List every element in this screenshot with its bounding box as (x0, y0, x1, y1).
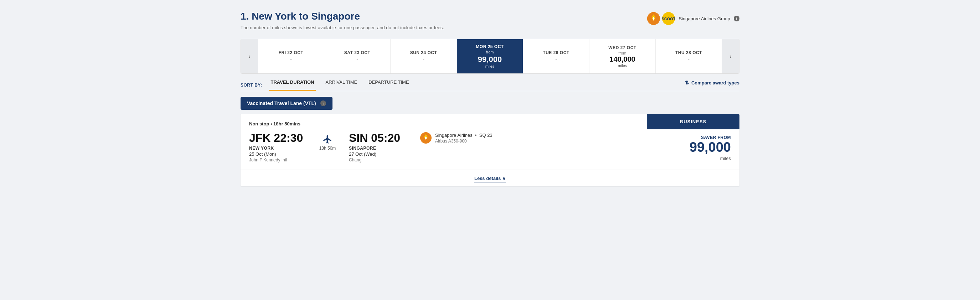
sort-tab-travel-duration[interactable]: TRAVEL DURATION (269, 79, 315, 91)
departure-airport: John F Kennedy Intl (249, 157, 306, 162)
date-cell-wed27[interactable]: WED 27 OCT from 140,000 miles (589, 39, 656, 73)
departure-block: JFK 22:30 NEW YORK 25 Oct (Mon) John F K… (249, 132, 306, 162)
sort-bar: SORT BY: TRAVEL DURATION ARRIVAL TIME DE… (240, 74, 740, 91)
flight-card-sidebar: BUSINESS SAVER FROM 99,000 miles (647, 114, 740, 170)
sort-by-label: SORT BY: (240, 83, 262, 88)
scoot-icon: SCOOT (662, 12, 675, 25)
airline-name-flight: Singapore Airlines • SQ 23 (435, 133, 493, 138)
arrival-airport-code: SIN (349, 132, 368, 144)
airline-name-block: Singapore Airlines • SQ 23 Airbus A350-9… (435, 133, 493, 144)
date-nav: ‹ FRI 22 OCT - SAT 23 OCT - SUN 24 OCT -… (240, 39, 740, 74)
page-subtitle: The number of miles shown is lowest avai… (240, 25, 444, 30)
departure-time-val: 22:30 (274, 132, 303, 144)
arrival-time-val: 05:20 (371, 132, 400, 144)
compare-award-types-label: Compare award types (691, 80, 740, 86)
date-cell-from-wed27: from (619, 51, 627, 55)
arrival-airport: Changi (349, 157, 406, 162)
date-cell-value-sun24: - (423, 57, 425, 62)
date-cell-label-sat23: SAT 23 OCT (344, 50, 370, 55)
page-header: 1. New York to Singapore The number of m… (240, 11, 740, 37)
miles-label: miles (655, 156, 731, 161)
airline-group-info-icon[interactable]: i (734, 16, 740, 21)
vtl-label: Vaccinated Travel Lane (VTL) (247, 100, 316, 106)
date-cell-sat23[interactable]: SAT 23 OCT - (324, 39, 391, 73)
sort-tab-arrival-time[interactable]: ARRIVAL TIME (324, 79, 359, 91)
less-details-label: Less details (474, 176, 501, 181)
date-cell-miles-label-wed27: miles (618, 63, 627, 68)
airline-name: Singapore Airlines (435, 133, 473, 138)
duration-block: 18h 50m (306, 132, 349, 151)
flight-card: Non stop • 18hr 50mins JFK 22:30 NEW YOR… (240, 114, 740, 186)
vtl-badge: Vaccinated Travel Lane (VTL) i (240, 97, 332, 110)
airlines-header: SCOOT Singapore Airlines Group i (647, 12, 740, 25)
next-date-button[interactable]: › (722, 39, 739, 73)
svg-text:SCOOT: SCOOT (662, 17, 675, 21)
plane-icon (323, 134, 332, 144)
date-cell-label-sun24: SUN 24 OCT (410, 50, 437, 55)
sq-logo (647, 12, 660, 25)
date-cell-fri22[interactable]: FRI 22 OCT - (258, 39, 324, 73)
airline-flight-number: SQ 23 (479, 133, 493, 138)
date-cell-label-tue26: TUE 26 OCT (543, 50, 569, 55)
compare-award-types-button[interactable]: ⇅ Compare award types (685, 80, 740, 90)
flight-card-header: Non stop • 18hr 50mins JFK 22:30 NEW YOR… (240, 114, 740, 170)
date-cell-mon25[interactable]: MON 25 OCT from 99,000 miles (457, 39, 523, 73)
less-details-arrow: ∧ (502, 176, 506, 181)
saver-label: SAVER FROM (655, 135, 731, 140)
business-class-header: BUSINESS (647, 114, 740, 129)
scoot-logo: SCOOT (662, 12, 675, 25)
compare-sort-icon: ⇅ (685, 80, 689, 86)
arrival-city: SINGAPORE (349, 146, 406, 151)
price-miles: 99,000 (655, 140, 731, 155)
date-cell-value-sat23: - (356, 57, 358, 62)
duration-label: 18h 50m (319, 146, 336, 151)
arrival-date: 27 Oct (Wed) (349, 151, 406, 157)
page-title: 1. New York to Singapore (240, 11, 444, 22)
sort-tab-departure-time[interactable]: DEPARTURE TIME (367, 79, 410, 91)
departure-airport-code: JFK (249, 132, 270, 144)
sq-flame-icon (647, 12, 660, 25)
flight-card-main: Non stop • 18hr 50mins JFK 22:30 NEW YOR… (240, 114, 647, 170)
date-cell-from-mon25: from (486, 50, 494, 54)
date-cell-miles-wed27: 140,000 (609, 55, 635, 63)
arrival-time: SIN 05:20 (349, 132, 406, 144)
sq-airline-logo-icon (420, 132, 431, 144)
date-cell-value-thu28: - (688, 57, 690, 62)
departure-city: NEW YORK (249, 146, 306, 151)
header-left: 1. New York to Singapore The number of m… (240, 11, 444, 37)
date-cell-label-wed27: WED 27 OCT (608, 45, 636, 50)
date-cell-miles-label-mon25: miles (485, 64, 495, 68)
date-cell-value-tue26: - (555, 57, 557, 62)
date-cell-label-thu28: THU 28 OCT (675, 50, 702, 55)
airline-info-block: Singapore Airlines • SQ 23 Airbus A350-9… (420, 132, 493, 144)
main-container: 1. New York to Singapore The number of m… (240, 11, 740, 186)
departure-date: 25 Oct (Mon) (249, 151, 306, 157)
date-cell-sun24[interactable]: SUN 24 OCT - (391, 39, 457, 73)
date-cell-label-fri22: FRI 22 OCT (279, 50, 304, 55)
less-details-bar: Less details ∧ (240, 170, 740, 186)
airline-group-label: Singapore Airlines Group (679, 16, 730, 21)
prev-date-button[interactable]: ‹ (241, 39, 258, 73)
less-details-button[interactable]: Less details ∧ (474, 176, 506, 183)
date-cell-thu28[interactable]: THU 28 OCT - (656, 39, 722, 73)
arrival-block: SIN 05:20 SINGAPORE 27 Oct (Wed) Changi (349, 132, 406, 162)
aircraft-type: Airbus A350-900 (435, 139, 493, 144)
price-section: SAVER FROM 99,000 miles (647, 129, 740, 167)
flight-row: JFK 22:30 NEW YORK 25 Oct (Mon) John F K… (249, 132, 638, 162)
date-cell-tue26[interactable]: TUE 26 OCT - (523, 39, 589, 73)
date-cell-value-fri22: - (290, 57, 292, 62)
vtl-info-icon[interactable]: i (320, 100, 326, 106)
departure-time: JFK 22:30 (249, 132, 306, 144)
date-cell-label-mon25: MON 25 OCT (476, 44, 504, 49)
date-cell-miles-mon25: 99,000 (478, 55, 502, 64)
nonstop-label: Non stop • 18hr 50mins (249, 121, 638, 127)
